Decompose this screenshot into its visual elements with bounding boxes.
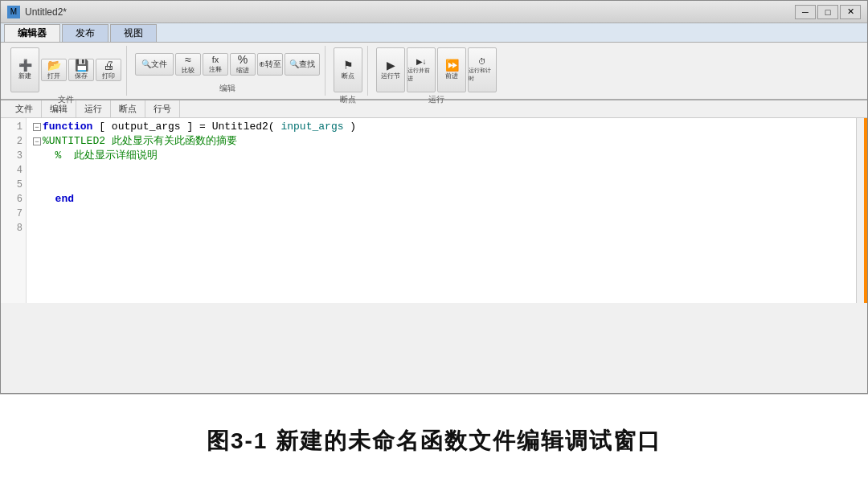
- print-label: 打印: [102, 72, 115, 80]
- indent-icon: %: [238, 54, 248, 65]
- ribbon-tabs: 编辑器 发布 视图: [1, 23, 867, 43]
- code-token: input_args: [280, 120, 343, 134]
- goto-button[interactable]: ⊕转至: [257, 53, 283, 76]
- search-icon: 🔍查找: [289, 60, 315, 68]
- line-number-3: 3: [1, 149, 23, 163]
- section-file: 文件: [7, 100, 42, 117]
- run-section-button[interactable]: ▶ 运行节: [376, 47, 405, 92]
- code-line-2: −%UNTITLED2 此处显示有关此函数的摘要: [33, 134, 850, 149]
- section-edit: 编辑: [42, 100, 76, 117]
- app-icon: M: [7, 6, 20, 18]
- code-token: %UNTITLED2 此处显示有关此函数的摘要: [43, 134, 237, 149]
- run-buttons: ▶ 运行节 ▶↓ 运行并前进 ⏩ 前进 ⏱ 运行和计时: [376, 47, 497, 92]
- section-linenum: 行号: [145, 100, 180, 117]
- toolbar-group-edit: 🔍文件 ≈ 比较 fx 注释 % 缩进 ⊕转至 🔍查找: [130, 46, 326, 96]
- toolbar-group-file: ➕ 新建 📂 打开 💾 保存 🖨 打印 文件: [6, 46, 127, 96]
- run-section-icon: ▶: [387, 59, 395, 71]
- line-numbers: 12345678: [1, 118, 27, 303]
- line-number-1: 1: [1, 120, 23, 134]
- run-advance-button[interactable]: ▶↓ 运行并前进: [407, 47, 436, 92]
- collapse-marker-1[interactable]: −: [33, 123, 41, 131]
- tab-editor[interactable]: 编辑器: [4, 24, 60, 42]
- open-label: 打开: [47, 72, 60, 80]
- caption-area: 图3-1 新建的未命名函数文件编辑调试窗口: [0, 394, 868, 487]
- code-editor[interactable]: −function [ output_args ] = Untitled2( i…: [27, 118, 856, 303]
- find-file-icon: 🔍文件: [141, 60, 167, 68]
- caption-main: 图3-1 新建的未命名函数文件编辑调试窗口: [207, 426, 661, 456]
- section-breakpoint: 断点: [111, 100, 145, 117]
- editor-window: M Untitled2* ─ □ ✕ 编辑器 发布 视图 ➕ 新建 📂 打开: [0, 0, 868, 394]
- indent-button[interactable]: % 缩进: [230, 53, 256, 76]
- open-button[interactable]: 📂 打开: [41, 59, 67, 81]
- code-line-7: [33, 207, 850, 221]
- code-token: [43, 192, 55, 207]
- advance-button[interactable]: ⏩ 前进: [437, 47, 466, 92]
- open-icon: 📂: [47, 59, 61, 71]
- breakpoint-icon: ⚑: [343, 59, 354, 71]
- run-group-label: 运行: [428, 94, 444, 105]
- save-label: 保存: [75, 72, 88, 80]
- fx-button[interactable]: fx 注释: [203, 53, 228, 76]
- file-buttons: ➕ 新建 📂 打开 💾 保存 🖨 打印: [10, 47, 121, 92]
- code-line-4: [33, 163, 850, 178]
- tab-publish[interactable]: 发布: [62, 24, 108, 42]
- toolbar: ➕ 新建 📂 打开 💾 保存 🖨 打印 文件: [1, 43, 867, 100]
- code-line-1: −function [ output_args ] = Untitled2( i…: [33, 120, 850, 134]
- find-file-button[interactable]: 🔍文件: [135, 53, 174, 76]
- save-button[interactable]: 💾 保存: [68, 59, 94, 81]
- print-icon: 🖨: [103, 59, 114, 71]
- line-number-4: 4: [1, 163, 23, 178]
- new-button[interactable]: ➕ 新建: [10, 47, 39, 92]
- breakpoint-buttons: ⚑ 断点: [334, 47, 362, 92]
- breakpoint-button[interactable]: ⚑ 断点: [334, 47, 362, 92]
- code-token: ): [343, 120, 356, 134]
- new-label: 新建: [18, 72, 31, 80]
- section-run: 运行: [76, 100, 111, 117]
- advance-icon: ⏩: [445, 59, 459, 71]
- scrollbar-highlight: [864, 118, 867, 303]
- code-token: % 此处显示详细说明: [43, 149, 158, 163]
- goto-icon: ⊕转至: [259, 60, 281, 68]
- vertical-scrollbar[interactable]: [856, 118, 867, 303]
- code-token: function: [43, 120, 92, 134]
- compare-icon: ≈: [185, 54, 191, 65]
- maximize-button[interactable]: □: [817, 5, 838, 19]
- run-advance-icon: ▶↓: [416, 58, 427, 66]
- search-button[interactable]: 🔍查找: [285, 53, 320, 76]
- breakpoint-group-label: 断点: [340, 94, 356, 105]
- window-controls: ─ □ ✕: [795, 5, 861, 19]
- minimize-button[interactable]: ─: [795, 5, 816, 19]
- code-line-3: % 此处显示详细说明: [33, 149, 850, 163]
- run-timer-button[interactable]: ⏱ 运行和计时: [468, 47, 497, 92]
- code-line-5: [33, 178, 850, 192]
- run-timer-icon: ⏱: [478, 58, 486, 66]
- save-icon: 💾: [75, 59, 88, 71]
- line-number-7: 7: [1, 207, 23, 221]
- window-title: Untitled2*: [25, 6, 795, 18]
- new-icon: ➕: [18, 59, 32, 71]
- line-number-8: 8: [1, 221, 23, 235]
- toolbar-group-breakpoint: ⚑ 断点 断点: [329, 46, 368, 96]
- close-button[interactable]: ✕: [840, 5, 861, 19]
- line-number-6: 6: [1, 192, 23, 207]
- print-button[interactable]: 🖨 打印: [96, 59, 121, 81]
- editor-area: 12345678 −function [ output_args ] = Unt…: [1, 118, 867, 303]
- edit-group-label: 编辑: [219, 83, 235, 94]
- code-token: end: [55, 192, 74, 207]
- compare-button[interactable]: ≈ 比较: [175, 53, 201, 76]
- line-number-5: 5: [1, 178, 23, 192]
- code-token: [ output_args ] = Untitled2(: [92, 120, 280, 134]
- tab-view[interactable]: 视图: [110, 24, 157, 42]
- collapse-marker-2[interactable]: −: [33, 137, 41, 145]
- title-bar: M Untitled2* ─ □ ✕: [1, 1, 867, 23]
- code-line-8: [33, 221, 850, 235]
- code-line-6: end: [33, 192, 850, 207]
- toolbar-group-run: ▶ 运行节 ▶↓ 运行并前进 ⏩ 前进 ⏱ 运行和计时 运行: [371, 46, 502, 96]
- edit-buttons: 🔍文件 ≈ 比较 fx 注释 % 缩进 ⊕转至 🔍查找: [135, 47, 320, 81]
- line-number-2: 2: [1, 134, 23, 149]
- fx-icon: fx: [212, 55, 219, 64]
